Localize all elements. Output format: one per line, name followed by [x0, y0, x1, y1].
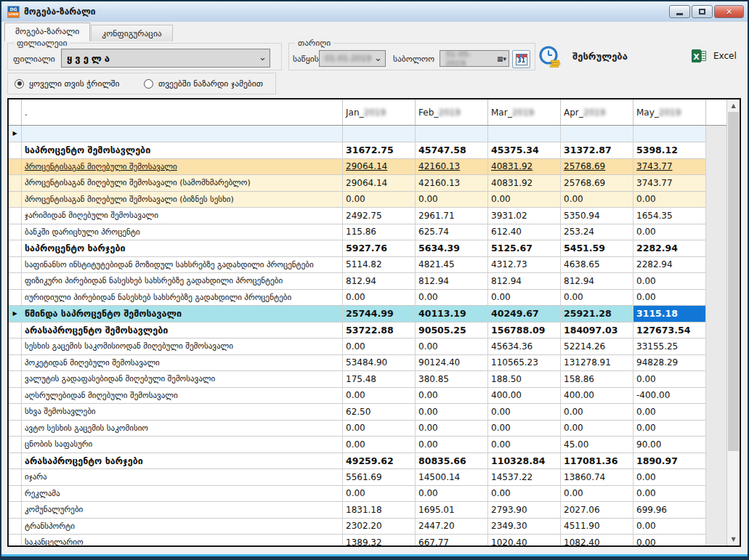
row-selector[interactable]: [9, 273, 22, 290]
grid-cell[interactable]: 33155.25: [633, 338, 706, 355]
row-label-cell[interactable]: საკანცელარიო: [22, 535, 343, 545]
grid-cell[interactable]: 3931.02: [488, 208, 561, 224]
grid-cell[interactable]: 2282.94: [633, 240, 706, 257]
grid-cell[interactable]: 40831.92: [488, 159, 561, 176]
scrollbar-thumb[interactable]: [728, 112, 739, 451]
grid-cell[interactable]: 0.00: [633, 371, 706, 388]
grid-cell[interactable]: 25744.99: [343, 306, 416, 322]
grid-cell[interactable]: 1654.35: [633, 208, 706, 224]
grid-cell[interactable]: 0.00: [416, 338, 488, 355]
row-selector[interactable]: [9, 257, 22, 274]
grid-cell[interactable]: 812.94: [561, 273, 633, 290]
grid-cell[interactable]: 0.00: [416, 192, 488, 208]
grid-cell[interactable]: 40113.19: [416, 306, 488, 322]
grid-cell[interactable]: 0.00: [416, 421, 488, 437]
grid-cell[interactable]: 90124.40: [416, 355, 488, 372]
grid-cell[interactable]: 0.00: [633, 224, 706, 241]
grid-cell[interactable]: 0.00: [343, 388, 416, 405]
row-label-cell[interactable]: პროცენტისაგან მიღებული შემოსავალი (ბიზნე…: [22, 192, 343, 208]
grid-cell[interactable]: 80835.66: [416, 453, 488, 470]
grid-cell[interactable]: 5561.69: [343, 469, 416, 486]
row-selector[interactable]: ▶: [9, 306, 22, 322]
filter-cell[interactable]: [488, 126, 561, 142]
grid-cell[interactable]: 14500.14: [416, 469, 488, 486]
grid-cell[interactable]: 0.00: [488, 437, 561, 453]
grid-cell[interactable]: 90.00: [633, 437, 706, 453]
filter-cell[interactable]: [22, 126, 343, 142]
grid-cell[interactable]: 3743.77: [633, 175, 706, 192]
grid-cell[interactable]: 94828.29: [633, 355, 706, 372]
filter-cell[interactable]: [416, 126, 488, 142]
row-selector[interactable]: [9, 388, 22, 405]
grid-cell[interactable]: 0.00: [561, 421, 633, 437]
row-selector[interactable]: [9, 519, 22, 535]
row-label-cell[interactable]: პროცენტისაგან მიღებული შემოსავალი: [22, 159, 343, 176]
row-selector[interactable]: [9, 208, 22, 224]
grid-cell[interactable]: 0.00: [633, 192, 706, 208]
grid-cell[interactable]: 0.00: [488, 421, 561, 437]
grid-cell[interactable]: 2793.90: [488, 502, 561, 519]
row-label-cell[interactable]: კომუნალურები: [22, 502, 343, 519]
radio-cumulative-totals[interactable]: თვეებში ნაზარდი ჯამებით: [144, 78, 263, 89]
grid-cell[interactable]: 25768.69: [561, 175, 633, 192]
grid-cell[interactable]: 812.94: [416, 273, 488, 290]
grid-cell[interactable]: 0.00: [633, 404, 706, 421]
grid-cell[interactable]: 0.00: [343, 338, 416, 355]
grid-cell[interactable]: 0.00: [343, 290, 416, 307]
excel-export-button[interactable]: X: [692, 49, 706, 63]
grid-cell[interactable]: 4511.90: [561, 519, 633, 535]
grid-cell[interactable]: 0.00: [488, 404, 561, 421]
row-label-cell[interactable]: სესხის გაცემის საკომისიოდან მიღებული შემ…: [22, 338, 343, 355]
grid-cell[interactable]: 45634.36: [488, 338, 561, 355]
execute-button[interactable]: [539, 46, 561, 68]
filter-cell[interactable]: [343, 126, 416, 142]
column-header-month[interactable]: Apr_2019: [561, 100, 633, 125]
filter-cell[interactable]: [561, 126, 633, 142]
grid-cell[interactable]: 400.00: [488, 388, 561, 405]
row-selector[interactable]: [9, 535, 22, 545]
row-label-cell[interactable]: საპროცენტო ხარჯები: [22, 240, 343, 257]
grid-cell[interactable]: 45.00: [561, 437, 633, 453]
row-label-cell[interactable]: ვალუტის გადაფასებიდან მიღებული შემოსავალ…: [22, 371, 343, 388]
row-selector[interactable]: [9, 175, 22, 192]
grid-cell[interactable]: 188.50: [488, 371, 561, 388]
grid-cell[interactable]: 0.00: [416, 486, 488, 503]
row-selector[interactable]: ▶: [9, 126, 22, 142]
grid-cell[interactable]: 812.94: [343, 273, 416, 290]
grid-cell[interactable]: 0.00: [416, 437, 488, 453]
close-button[interactable]: ✕: [714, 5, 744, 18]
row-selector[interactable]: [9, 502, 22, 519]
grid-cell[interactable]: 0.00: [633, 535, 706, 545]
row-selector[interactable]: [9, 159, 22, 176]
row-label-cell[interactable]: ჯარიმიდან მიღებული შემოსავალი: [22, 208, 343, 224]
grid-cell[interactable]: 0.00: [343, 421, 416, 437]
row-label-cell[interactable]: სხვა შემოსავლები: [22, 404, 343, 421]
grid-cell[interactable]: 0.00: [633, 421, 706, 437]
grid-cell[interactable]: 53484.90: [343, 355, 416, 372]
grid-cell[interactable]: 2447.20: [416, 519, 488, 535]
row-label-cell[interactable]: იურიდიული პირებიდან ნასესხებ სახსრებზე გ…: [22, 290, 343, 307]
grid-cell[interactable]: 175.48: [343, 371, 416, 388]
filter-cell[interactable]: [633, 126, 706, 142]
grid-cell[interactable]: 5634.39: [416, 240, 488, 257]
grid-cell[interactable]: 5927.76: [343, 240, 416, 257]
scroll-down-button[interactable]: ▼: [727, 533, 740, 545]
minimize-button[interactable]: [669, 5, 690, 18]
grid-cell[interactable]: 0.00: [343, 437, 416, 453]
grid-cell[interactable]: 53722.88: [343, 322, 416, 339]
grid-cell[interactable]: 0.00: [488, 192, 561, 208]
grid-cell[interactable]: 2027.06: [561, 502, 633, 519]
row-selector[interactable]: [9, 290, 22, 307]
grid-cell[interactable]: 110328.84: [488, 453, 561, 470]
grid-cell[interactable]: 0.00: [488, 486, 561, 503]
grid-cell[interactable]: 62.50: [343, 404, 416, 421]
grid-cell[interactable]: 4312.73: [488, 257, 561, 274]
grid-cell[interactable]: -400.00: [633, 388, 706, 405]
row-selector[interactable]: [9, 371, 22, 388]
grid-cell[interactable]: 1831.18: [343, 502, 416, 519]
grid-cell[interactable]: 400.00: [561, 388, 633, 405]
row-selector[interactable]: [9, 240, 22, 257]
grid-cell[interactable]: 4821.45: [416, 257, 488, 274]
grid-cell[interactable]: 0.00: [561, 290, 633, 307]
scroll-up-button[interactable]: ▲: [727, 100, 740, 112]
